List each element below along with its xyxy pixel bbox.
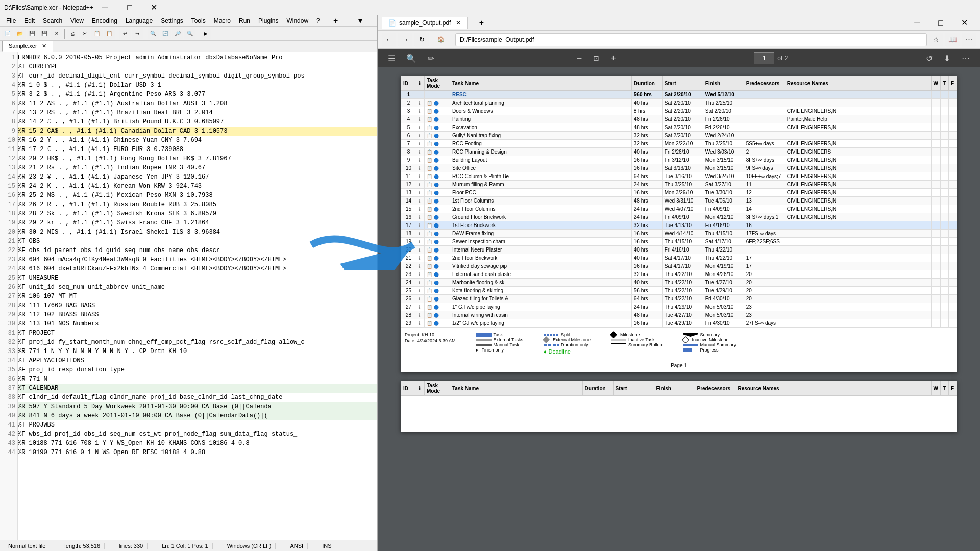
cell-task-mode: 📋 🔵 xyxy=(425,181,450,189)
pdf-page-input[interactable] xyxy=(754,52,774,64)
cell-w xyxy=(931,156,940,164)
pdf-bookmark-button[interactable]: ☆ xyxy=(929,33,943,47)
text-line: %R 21 2 Rs . , #1.1 (#1.1) Indian Rupee … xyxy=(18,163,377,172)
pdf-forward-button[interactable]: → xyxy=(398,33,412,47)
text-line: %R 3 2 $ . , #1.1 (#1.1) Argentine Peso … xyxy=(18,90,377,99)
replace-button[interactable]: 🔄 xyxy=(160,28,171,39)
zoom-out-button[interactable]: 🔍 xyxy=(184,28,195,39)
line-number: 23 xyxy=(2,255,15,264)
cell-predecessors: 17 xyxy=(744,262,785,270)
menu-language[interactable]: Language xyxy=(121,16,157,26)
legend-finish-only: Finish-only xyxy=(482,347,504,353)
cell-id: 27 xyxy=(401,303,416,311)
cell-f xyxy=(949,99,957,107)
cell-f xyxy=(949,319,957,328)
cell-w xyxy=(931,197,940,205)
maximize-button[interactable]: □ xyxy=(118,0,141,15)
minimize-button[interactable]: ─ xyxy=(93,0,117,15)
cell-f xyxy=(949,197,957,205)
paste-button[interactable]: 📋 xyxy=(104,28,115,39)
cut-button[interactable]: ✂ xyxy=(79,28,90,39)
close-button[interactable]: ✕ xyxy=(142,0,166,15)
open-button[interactable]: 📂 xyxy=(14,28,26,39)
copy-button[interactable]: 📋 xyxy=(91,28,103,39)
pdf-find-button[interactable]: 🔍 xyxy=(402,52,421,65)
status-encoding: ANSI xyxy=(286,543,308,549)
menu-help[interactable]: ? xyxy=(312,16,324,26)
cell-id: 16 xyxy=(401,213,416,221)
menu-tools[interactable]: Tools xyxy=(187,16,210,26)
cell-task-name: Sewer Inspection cham xyxy=(450,238,632,246)
undo-button[interactable]: ↩ xyxy=(119,28,131,39)
pdf-minimize-button[interactable]: ─ xyxy=(905,15,929,31)
close-button2[interactable]: ✕ xyxy=(51,28,62,39)
menu-window[interactable]: Window xyxy=(282,16,312,26)
tab-close-icon[interactable]: ✕ xyxy=(42,43,46,49)
save-button[interactable]: 💾 xyxy=(27,28,38,39)
menu-plugins[interactable]: Plugins xyxy=(254,16,282,26)
cell-start: Fri 4/16/10 xyxy=(662,246,703,254)
tab-sample-xer[interactable]: Sample.xer ✕ xyxy=(2,41,53,52)
redo-button[interactable]: ↪ xyxy=(132,28,143,39)
cell-duration: 64 hrs xyxy=(631,295,662,303)
menu-file[interactable]: File xyxy=(2,16,20,26)
pdf-new-tab-button[interactable]: + xyxy=(470,15,493,31)
find-button[interactable]: 🔍 xyxy=(148,28,159,39)
pdf-content-area[interactable]: ID ℹ Task Mode Task Name Duration Start … xyxy=(378,67,980,551)
cell-t xyxy=(941,132,949,140)
cell-t xyxy=(941,311,949,319)
pdf-download-button[interactable]: ⬇ xyxy=(940,52,954,65)
col-task-name: Task Name xyxy=(450,76,632,91)
pdf-tab[interactable]: 📄 sample_Output.pdf ✕ xyxy=(382,17,468,29)
pdf-reader-mode-button[interactable]: 📖 xyxy=(945,33,960,47)
pdf-refresh-button[interactable]: ↻ xyxy=(414,33,429,47)
print-button[interactable]: 🖨 xyxy=(67,28,78,39)
cell-start: Sat 4/17/10 xyxy=(662,262,703,270)
cell-info: ℹ xyxy=(416,164,425,172)
pdf-maximize-button[interactable]: □ xyxy=(929,15,952,31)
text-line: %T PROJWBS xyxy=(18,420,377,430)
menu-search[interactable]: Search xyxy=(39,16,66,26)
pdf-toggle-sidebar[interactable]: ☰ xyxy=(384,52,399,65)
pdf-fit-button[interactable]: ⊡ xyxy=(589,52,603,64)
cell-w xyxy=(931,287,940,295)
menu-settings[interactable]: Settings xyxy=(157,16,187,26)
cell-task-name: Site Office xyxy=(450,164,632,172)
menu-view[interactable]: View xyxy=(66,16,88,26)
pdf-tab-close[interactable]: ✕ xyxy=(456,19,461,27)
pdf-zoom-out-button[interactable]: − xyxy=(573,51,586,66)
menu-encoding[interactable]: Encoding xyxy=(88,16,121,26)
line-number: 22 xyxy=(2,246,15,255)
pdf-zoom-in-button[interactable]: + xyxy=(606,51,620,66)
pdf-back-button[interactable]: ← xyxy=(382,33,396,47)
menu-run[interactable]: Run xyxy=(235,16,254,26)
pdf-more-button[interactable]: ⋯ xyxy=(962,33,976,47)
cell-t xyxy=(941,319,949,328)
menu-macro[interactable]: Macro xyxy=(210,16,235,26)
cell-predecessors xyxy=(744,115,785,123)
run-button[interactable]: ▶ xyxy=(200,28,211,39)
cell-duration: 48 hrs xyxy=(631,123,662,132)
cell-info: ℹ xyxy=(416,311,425,319)
new-button[interactable]: 📄 xyxy=(2,28,13,39)
text-line: %F clndr_id default_flag clndr_name proj… xyxy=(18,393,377,402)
zoom-in-button[interactable]: 🔎 xyxy=(172,28,183,39)
status-endings: Windows (CR LF) xyxy=(223,543,276,549)
cell-start: Thu 4/22/10 xyxy=(662,287,703,295)
line-number: 9 xyxy=(2,127,15,136)
cell-start: Thu 4/22/10 xyxy=(662,295,703,303)
text-line: %T OBS xyxy=(18,237,377,246)
menu-edit[interactable]: Edit xyxy=(20,16,39,26)
cell-predecessors: 20 xyxy=(744,287,785,295)
pdf-rotate-button[interactable]: ↺ xyxy=(922,52,937,65)
save-all-button[interactable]: 💾 xyxy=(39,28,50,39)
pdf-more-tools-button[interactable]: ⋯ xyxy=(958,52,974,65)
pdf-url-input[interactable] xyxy=(455,33,927,46)
pdf-close-button[interactable]: ✕ xyxy=(952,15,976,31)
cell-f xyxy=(949,221,957,230)
table-row: 2ℹ📋 🔵Architechtural planning40 hrsSat 2/… xyxy=(401,99,957,107)
pdf-annotate-button[interactable]: ✏ xyxy=(424,52,438,65)
cell-start: Wed 4/07/10 xyxy=(662,205,703,213)
notepad-content[interactable]: 1234567891011121314151617181920212223242… xyxy=(0,52,377,540)
cell-info: ℹ xyxy=(416,115,425,123)
